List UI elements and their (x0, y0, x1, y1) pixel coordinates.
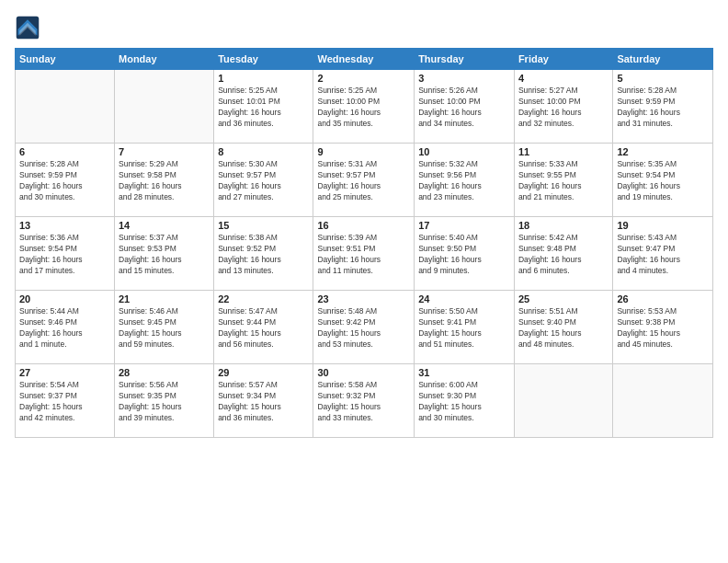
day-number: 20 (19, 293, 110, 304)
calendar-cell (613, 364, 713, 438)
calendar-week-row: 1Sunrise: 5:25 AM Sunset: 10:01 PM Dayli… (16, 70, 713, 144)
day-info: Sunrise: 5:26 AM Sunset: 10:00 PM Daylig… (418, 86, 510, 130)
day-number: 23 (317, 293, 410, 304)
calendar-cell: 30Sunrise: 5:58 AM Sunset: 9:32 PM Dayli… (313, 364, 415, 438)
calendar-week-row: 20Sunrise: 5:44 AM Sunset: 9:46 PM Dayli… (16, 291, 713, 364)
calendar-week-row: 27Sunrise: 5:54 AM Sunset: 9:37 PM Dayli… (16, 364, 713, 438)
calendar-cell: 25Sunrise: 5:51 AM Sunset: 9:40 PM Dayli… (514, 291, 612, 364)
day-number: 27 (19, 367, 110, 378)
calendar-cell: 28Sunrise: 5:56 AM Sunset: 9:35 PM Dayli… (115, 364, 214, 438)
calendar-cell: 20Sunrise: 5:44 AM Sunset: 9:46 PM Dayli… (16, 291, 115, 364)
day-info: Sunrise: 5:25 AM Sunset: 10:00 PM Daylig… (317, 86, 410, 130)
day-number: 4 (518, 73, 609, 84)
day-number: 5 (617, 73, 709, 84)
day-number: 29 (218, 367, 309, 378)
day-info: Sunrise: 5:47 AM Sunset: 9:44 PM Dayligh… (218, 306, 309, 350)
calendar-cell: 22Sunrise: 5:47 AM Sunset: 9:44 PM Dayli… (214, 291, 313, 364)
day-number: 21 (119, 293, 210, 304)
day-info: Sunrise: 6:00 AM Sunset: 9:30 PM Dayligh… (418, 380, 510, 424)
day-info: Sunrise: 5:31 AM Sunset: 9:57 PM Dayligh… (317, 159, 410, 203)
day-number: 11 (518, 146, 609, 157)
day-info: Sunrise: 5:25 AM Sunset: 10:01 PM Daylig… (218, 86, 309, 130)
calendar-cell: 15Sunrise: 5:38 AM Sunset: 9:52 PM Dayli… (214, 217, 313, 291)
column-header-thursday: Thursday (415, 49, 515, 70)
column-header-sunday: Sunday (16, 49, 115, 70)
day-number: 9 (317, 146, 410, 157)
calendar-cell: 21Sunrise: 5:46 AM Sunset: 9:45 PM Dayli… (115, 291, 214, 364)
day-info: Sunrise: 5:28 AM Sunset: 9:59 PM Dayligh… (617, 86, 709, 130)
calendar-cell: 24Sunrise: 5:50 AM Sunset: 9:41 PM Dayli… (415, 291, 515, 364)
day-number: 3 (418, 73, 510, 84)
calendar-cell (16, 70, 115, 144)
day-info: Sunrise: 5:57 AM Sunset: 9:34 PM Dayligh… (218, 380, 309, 424)
calendar-week-row: 13Sunrise: 5:36 AM Sunset: 9:54 PM Dayli… (16, 217, 713, 291)
calendar-cell: 8Sunrise: 5:30 AM Sunset: 9:57 PM Daylig… (214, 144, 313, 217)
day-number: 8 (218, 146, 309, 157)
calendar-cell: 7Sunrise: 5:29 AM Sunset: 9:58 PM Daylig… (115, 144, 214, 217)
calendar-cell: 3Sunrise: 5:26 AM Sunset: 10:00 PM Dayli… (415, 70, 515, 144)
day-info: Sunrise: 5:58 AM Sunset: 9:32 PM Dayligh… (317, 380, 410, 424)
calendar-header-row: SundayMondayTuesdayWednesdayThursdayFrid… (16, 49, 713, 70)
calendar-cell: 31Sunrise: 6:00 AM Sunset: 9:30 PM Dayli… (415, 364, 515, 438)
day-info: Sunrise: 5:51 AM Sunset: 9:40 PM Dayligh… (518, 306, 609, 350)
logo (15, 15, 44, 40)
day-number: 25 (518, 293, 609, 304)
column-header-saturday: Saturday (613, 49, 713, 70)
calendar-cell: 14Sunrise: 5:37 AM Sunset: 9:53 PM Dayli… (115, 217, 214, 291)
day-info: Sunrise: 5:48 AM Sunset: 9:42 PM Dayligh… (317, 306, 410, 350)
day-info: Sunrise: 5:42 AM Sunset: 9:48 PM Dayligh… (518, 233, 609, 277)
day-info: Sunrise: 5:54 AM Sunset: 9:37 PM Dayligh… (19, 380, 110, 424)
calendar-cell: 2Sunrise: 5:25 AM Sunset: 10:00 PM Dayli… (313, 70, 415, 144)
day-number: 18 (518, 220, 609, 231)
calendar-cell: 6Sunrise: 5:28 AM Sunset: 9:59 PM Daylig… (16, 144, 115, 217)
calendar-cell: 1Sunrise: 5:25 AM Sunset: 10:01 PM Dayli… (214, 70, 313, 144)
day-info: Sunrise: 5:46 AM Sunset: 9:45 PM Dayligh… (119, 306, 210, 350)
column-header-tuesday: Tuesday (214, 49, 313, 70)
day-number: 22 (218, 293, 309, 304)
calendar-cell: 18Sunrise: 5:42 AM Sunset: 9:48 PM Dayli… (514, 217, 612, 291)
day-info: Sunrise: 5:27 AM Sunset: 10:00 PM Daylig… (518, 86, 609, 130)
calendar-cell: 10Sunrise: 5:32 AM Sunset: 9:56 PM Dayli… (415, 144, 515, 217)
day-number: 1 (218, 73, 309, 84)
day-number: 13 (19, 220, 110, 231)
logo-icon (15, 15, 40, 40)
calendar-cell: 4Sunrise: 5:27 AM Sunset: 10:00 PM Dayli… (514, 70, 612, 144)
day-number: 10 (418, 146, 510, 157)
calendar-cell: 19Sunrise: 5:43 AM Sunset: 9:47 PM Dayli… (613, 217, 713, 291)
calendar-table: SundayMondayTuesdayWednesdayThursdayFrid… (15, 48, 713, 438)
calendar-cell: 29Sunrise: 5:57 AM Sunset: 9:34 PM Dayli… (214, 364, 313, 438)
calendar-cell: 5Sunrise: 5:28 AM Sunset: 9:59 PM Daylig… (613, 70, 713, 144)
calendar-cell: 12Sunrise: 5:35 AM Sunset: 9:54 PM Dayli… (613, 144, 713, 217)
calendar-cell: 13Sunrise: 5:36 AM Sunset: 9:54 PM Dayli… (16, 217, 115, 291)
day-info: Sunrise: 5:43 AM Sunset: 9:47 PM Dayligh… (617, 233, 709, 277)
calendar-cell (115, 70, 214, 144)
day-number: 17 (418, 220, 510, 231)
day-number: 16 (317, 220, 410, 231)
day-info: Sunrise: 5:35 AM Sunset: 9:54 PM Dayligh… (617, 159, 709, 203)
day-info: Sunrise: 5:40 AM Sunset: 9:50 PM Dayligh… (418, 233, 510, 277)
day-number: 12 (617, 146, 709, 157)
calendar-cell: 26Sunrise: 5:53 AM Sunset: 9:38 PM Dayli… (613, 291, 713, 364)
day-info: Sunrise: 5:44 AM Sunset: 9:46 PM Dayligh… (19, 306, 110, 350)
column-header-wednesday: Wednesday (313, 49, 415, 70)
day-info: Sunrise: 5:56 AM Sunset: 9:35 PM Dayligh… (119, 380, 210, 424)
calendar-cell (514, 364, 612, 438)
calendar-cell: 16Sunrise: 5:39 AM Sunset: 9:51 PM Dayli… (313, 217, 415, 291)
day-info: Sunrise: 5:50 AM Sunset: 9:41 PM Dayligh… (418, 306, 510, 350)
day-info: Sunrise: 5:39 AM Sunset: 9:51 PM Dayligh… (317, 233, 410, 277)
day-number: 15 (218, 220, 309, 231)
day-info: Sunrise: 5:53 AM Sunset: 9:38 PM Dayligh… (617, 306, 709, 350)
day-number: 24 (418, 293, 510, 304)
day-info: Sunrise: 5:29 AM Sunset: 9:58 PM Dayligh… (119, 159, 210, 203)
calendar-cell: 11Sunrise: 5:33 AM Sunset: 9:55 PM Dayli… (514, 144, 612, 217)
calendar-week-row: 6Sunrise: 5:28 AM Sunset: 9:59 PM Daylig… (16, 144, 713, 217)
day-info: Sunrise: 5:32 AM Sunset: 9:56 PM Dayligh… (418, 159, 510, 203)
day-info: Sunrise: 5:30 AM Sunset: 9:57 PM Dayligh… (218, 159, 309, 203)
day-info: Sunrise: 5:37 AM Sunset: 9:53 PM Dayligh… (119, 233, 210, 277)
day-number: 28 (119, 367, 210, 378)
day-number: 31 (418, 367, 510, 378)
calendar-cell: 23Sunrise: 5:48 AM Sunset: 9:42 PM Dayli… (313, 291, 415, 364)
page-header (15, 15, 713, 40)
column-header-monday: Monday (115, 49, 214, 70)
column-header-friday: Friday (514, 49, 612, 70)
